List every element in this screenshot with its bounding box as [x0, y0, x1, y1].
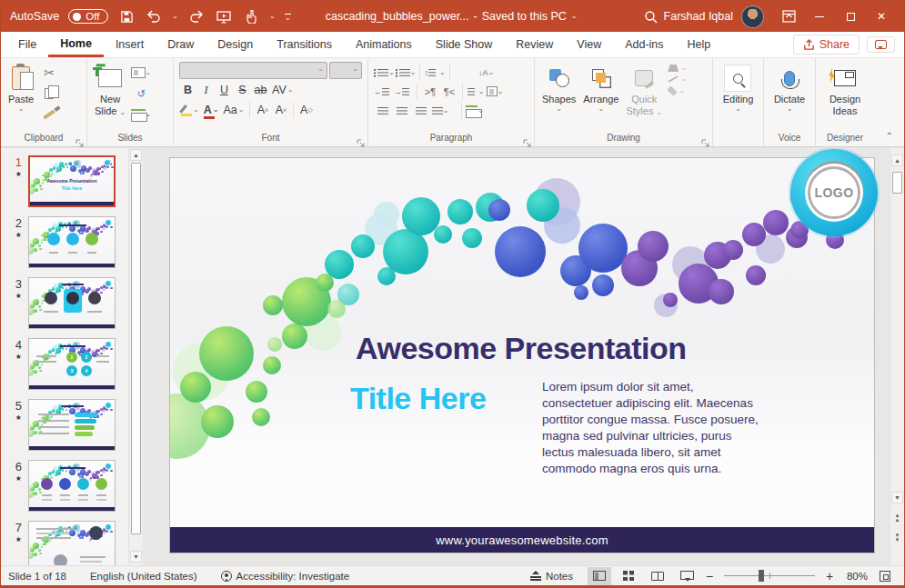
- user-name[interactable]: Farshad Iqbal: [664, 10, 733, 23]
- maximize-button[interactable]: [837, 5, 864, 28]
- align-right-button[interactable]: [412, 102, 430, 119]
- line-spacing-button[interactable]: ↕⌄: [424, 64, 445, 81]
- document-title[interactable]: cascading_bubbles_power... - Saved to th…: [326, 10, 578, 23]
- shapes-button[interactable]: Shapes ⌄: [538, 63, 579, 115]
- save-icon[interactable]: [117, 6, 136, 26]
- text-direction-rtl-button[interactable]: ¶<: [440, 83, 458, 100]
- bold-button[interactable]: B: [179, 81, 196, 99]
- slide-body-text[interactable]: Lorem ipsum dolor sit amet, consectetuer…: [542, 379, 763, 477]
- scroll-up-icon[interactable]: ▲: [891, 154, 903, 166]
- columns-button[interactable]: ⌄: [467, 83, 485, 100]
- user-avatar[interactable]: [741, 5, 764, 28]
- align-left-button[interactable]: [374, 102, 392, 119]
- change-case-button[interactable]: Aa⌄: [221, 101, 246, 119]
- next-slide-button[interactable]: ▼▼: [891, 533, 903, 543]
- zoom-slider[interactable]: [724, 575, 815, 576]
- dictate-button[interactable]: Dictate ⌄: [770, 63, 809, 115]
- tab-draw[interactable]: Draw: [156, 32, 206, 57]
- minimize-button[interactable]: [806, 5, 833, 28]
- zoom-out-button[interactable]: −: [704, 569, 715, 583]
- slideshow-view-button[interactable]: [675, 567, 699, 585]
- tab-review[interactable]: Review: [504, 32, 565, 57]
- justify-button[interactable]: ⌄: [431, 102, 449, 119]
- font-dialog-launcher[interactable]: [357, 135, 366, 144]
- notes-button[interactable]: Notes: [530, 571, 573, 582]
- align-text-button[interactable]: ⌄: [486, 83, 504, 100]
- font-color-button[interactable]: A⌄: [202, 101, 221, 119]
- paste-button[interactable]: Paste ⌄: [5, 63, 37, 115]
- italic-button[interactable]: I: [197, 81, 215, 99]
- section-button[interactable]: ⌄: [131, 105, 151, 124]
- close-button[interactable]: ✕: [868, 5, 895, 28]
- tab-help[interactable]: Help: [676, 32, 723, 57]
- highlight-color-button[interactable]: ⌄: [179, 101, 201, 119]
- tab-add-ins[interactable]: Add-ins: [613, 32, 675, 57]
- format-painter-button[interactable]: [39, 105, 59, 124]
- thumbnail-scroll-up-icon[interactable]: ▲: [130, 149, 142, 161]
- search-icon[interactable]: [642, 6, 660, 26]
- language-indicator[interactable]: English (United States): [90, 571, 197, 582]
- quick-styles-button[interactable]: QuickStyles ⌄: [622, 63, 666, 119]
- accessibility-checker[interactable]: Accessibility: Investigate: [221, 571, 350, 582]
- slide-thumbnail-7[interactable]: [28, 521, 116, 565]
- convert-smartart-button[interactable]: ⌄: [466, 102, 484, 119]
- comments-button[interactable]: [867, 36, 895, 53]
- vertical-scrollbar[interactable]: ▲ ▼ ▲▲ ▼▼: [890, 148, 904, 565]
- drawing-dialog-launcher[interactable]: [701, 135, 710, 144]
- slide-layout-button[interactable]: ⌄: [131, 64, 151, 82]
- reset-slide-button[interactable]: ↺: [131, 85, 151, 103]
- text-direction-ltr-button[interactable]: >¶: [421, 83, 439, 100]
- tab-view[interactable]: View: [565, 32, 613, 57]
- tab-transitions[interactable]: Transitions: [265, 32, 344, 57]
- text-shadow-button[interactable]: S: [234, 81, 251, 99]
- tab-animations[interactable]: Animations: [344, 32, 424, 57]
- editing-button[interactable]: Editing ⌄: [719, 63, 758, 115]
- slide-logo[interactable]: LOGO: [790, 149, 878, 236]
- tab-file[interactable]: File: [6, 32, 48, 57]
- slide-number-indicator[interactable]: Slide 1 of 18: [8, 571, 66, 582]
- slide-title[interactable]: Awesome Presentation: [356, 331, 687, 366]
- touch-mode-chevron-icon[interactable]: ⌄: [269, 13, 276, 20]
- redo-icon[interactable]: [187, 6, 206, 26]
- design-ideas-button[interactable]: DesignIdeas: [826, 63, 864, 119]
- shape-effects-button[interactable]: ⌄: [668, 86, 687, 95]
- previous-slide-button[interactable]: ▲▲: [891, 513, 903, 523]
- scrollbar-thumb[interactable]: [892, 172, 902, 194]
- fit-slide-button[interactable]: [873, 567, 897, 585]
- ribbon-display-options-icon[interactable]: [775, 5, 802, 28]
- copy-button[interactable]: [39, 85, 59, 103]
- character-spacing-button[interactable]: AV⌄: [270, 81, 295, 99]
- slide-thumbnail-3[interactable]: [28, 277, 116, 329]
- sort-text-button[interactable]: ↓A⌄: [478, 64, 496, 81]
- grow-font-button[interactable]: A˄: [254, 101, 271, 119]
- slide-thumbnail-2[interactable]: [28, 216, 116, 268]
- slide-thumbnail-1[interactable]: Awesome PresentationTitle Here: [28, 155, 116, 207]
- clipboard-dialog-launcher[interactable]: [75, 135, 85, 144]
- normal-view-button[interactable]: [588, 567, 611, 585]
- quick-access-overflow-icon[interactable]: ⌄: [285, 14, 291, 20]
- tab-design[interactable]: Design: [206, 32, 265, 57]
- zoom-slider-thumb[interactable]: [759, 570, 764, 582]
- strikethrough-button[interactable]: ab: [252, 81, 269, 99]
- slide-thumbnail-5[interactable]: [28, 399, 116, 451]
- scroll-down-icon[interactable]: ▼: [891, 492, 903, 503]
- undo-icon[interactable]: [145, 6, 163, 26]
- clear-formatting-button[interactable]: A◇: [297, 101, 315, 119]
- slide-footer-bar[interactable]: www.yourawesomewebsite.com: [170, 527, 874, 553]
- slide-thumbnail-4[interactable]: 1234: [28, 338, 116, 390]
- tab-home[interactable]: Home: [48, 32, 104, 57]
- thumbnail-scroll-down-icon[interactable]: ▼: [130, 551, 142, 563]
- font-size-combobox[interactable]: [329, 62, 362, 79]
- slide-editor[interactable]: Awesome Presentation Title Here Lorem ip…: [169, 157, 875, 553]
- tab-insert[interactable]: Insert: [104, 32, 156, 57]
- start-slideshow-icon[interactable]: [215, 6, 233, 26]
- shape-outline-button[interactable]: ⌄: [668, 75, 687, 83]
- zoom-in-button[interactable]: +: [824, 569, 835, 583]
- autosave-toggle[interactable]: Off: [68, 9, 108, 24]
- underline-button[interactable]: U: [216, 81, 233, 99]
- collapse-ribbon-icon[interactable]: ⌃: [886, 131, 893, 141]
- slide-subtitle[interactable]: Title Here: [350, 381, 486, 416]
- arrange-button[interactable]: Arrange ⌄: [579, 63, 622, 115]
- touch-mode-icon[interactable]: [242, 6, 260, 26]
- paragraph-dialog-launcher[interactable]: [523, 135, 532, 144]
